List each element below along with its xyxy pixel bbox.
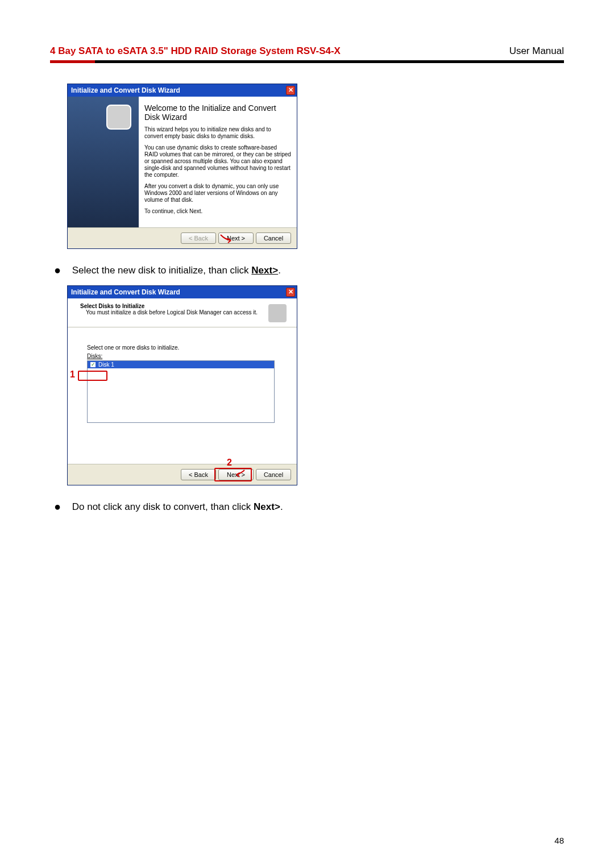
- wizard-dialog-welcome: Initialize and Convert Disk Wizard ✕ Wel…: [67, 84, 297, 249]
- bullet1-text-a: Select the new disk to initialize, than …: [72, 265, 252, 276]
- title-bold: 4 Bay SATA to eSATA 3.5" HDD RAID Storag…: [50, 45, 294, 56]
- titlebar-text: Initialize and Convert Disk Wizard: [71, 288, 180, 296]
- titlebar: Initialize and Convert Disk Wizard ✕: [68, 84, 297, 97]
- wizard-p4: To continue, click Next.: [144, 208, 291, 215]
- back-button: < Back: [181, 232, 216, 244]
- wizard-side-graphic: [68, 97, 139, 227]
- user-manual-label: User Manual: [509, 45, 564, 57]
- annotation-number-2: 2: [227, 458, 232, 468]
- titlebar: Initialize and Convert Disk Wizard ✕: [68, 286, 297, 298]
- title-model: RSV-S4-X: [294, 45, 341, 56]
- wizard-dialog-select-disks: Initialize and Convert Disk Wizard ✕ Sel…: [67, 285, 297, 485]
- bullet2-text-b: Next>: [254, 501, 280, 512]
- annotation-arrow-icon: [219, 234, 235, 244]
- disk-item-label: Disk 1: [98, 362, 114, 368]
- cancel-button[interactable]: Cancel: [256, 232, 291, 244]
- close-icon[interactable]: ✕: [286, 86, 295, 95]
- wizard-footer: < Back Next > Cancel 2: [68, 464, 297, 485]
- page-title: 4 Bay SATA to eSATA 3.5" HDD RAID Storag…: [50, 45, 341, 57]
- wizard-p3: After you convert a disk to dynamic, you…: [144, 183, 291, 203]
- disks-label: Disks:: [87, 353, 289, 359]
- page-header: 4 Bay SATA to eSATA 3.5" HDD RAID Storag…: [50, 45, 564, 60]
- wizard-subdesc: You must initialize a disk before Logica…: [80, 309, 258, 315]
- wizard-heading: Welcome to the Initialize and Convert Di…: [144, 103, 291, 122]
- cancel-button[interactable]: Cancel: [256, 469, 291, 480]
- wizard-body: Select one or more disks to initialize. …: [68, 327, 297, 464]
- annotation-number-1: 1: [70, 369, 75, 380]
- wizard-p2: You can use dynamic disks to create soft…: [144, 144, 291, 178]
- bullet2-text-c: .: [280, 501, 283, 512]
- titlebar-text: Initialize and Convert Disk Wizard: [71, 86, 180, 94]
- page-number: 48: [554, 836, 564, 845]
- annotation-arrow-icon: [233, 469, 246, 478]
- wizard-welcome-pane: Welcome to the Initialize and Convert Di…: [139, 97, 297, 227]
- wizard-footer: < Back Next > Cancel: [68, 227, 297, 248]
- instruction-text: Select one or more disks to initialize.: [87, 344, 289, 351]
- disk-list[interactable]: ✓ Disk 1: [87, 360, 275, 423]
- bullet2-text-a: Do not click any disk to convert, than c…: [72, 501, 254, 512]
- header-rule: [50, 60, 564, 63]
- bullet1-text-b: Next>: [251, 265, 278, 276]
- disk-list-item[interactable]: ✓ Disk 1: [88, 361, 274, 368]
- instruction-bullet-1: ● Select the new disk to initialize, tha…: [52, 265, 564, 276]
- disk-icon: [106, 105, 131, 130]
- wizard-subheader: Select Disks to Initialize You must init…: [68, 298, 297, 327]
- instruction-bullet-2: ● Do not click any disk to convert, than…: [52, 501, 564, 513]
- disk-icon: [267, 303, 288, 323]
- wizard-p1: This wizard helps you to initialize new …: [144, 126, 291, 140]
- bullet1-text-c: .: [278, 265, 281, 276]
- close-icon[interactable]: ✕: [286, 288, 295, 297]
- checkbox-icon[interactable]: ✓: [90, 362, 96, 368]
- back-button[interactable]: < Back: [181, 469, 216, 480]
- wizard-subtitle: Select Disks to Initialize: [80, 303, 144, 309]
